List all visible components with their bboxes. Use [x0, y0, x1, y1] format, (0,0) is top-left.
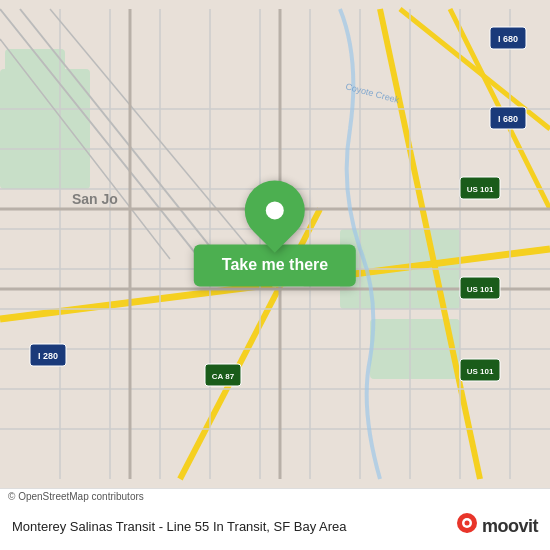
location-pin-dot — [266, 201, 284, 219]
moovit-pin-icon — [456, 512, 478, 540]
info-row: Monterey Salinas Transit - Line 55 In Tr… — [0, 504, 550, 550]
svg-text:San Jo: San Jo — [72, 191, 118, 207]
svg-text:US 101: US 101 — [467, 285, 494, 294]
moovit-brand-text: moovit — [482, 516, 538, 537]
svg-text:CA 87: CA 87 — [212, 372, 235, 381]
moovit-logo: moovit — [456, 512, 538, 540]
map-container: I 680 I 680 US 101 US 101 US 101 I 280 C… — [0, 0, 550, 488]
svg-text:I 680: I 680 — [498, 114, 518, 124]
svg-text:I 280: I 280 — [38, 351, 58, 361]
app: I 680 I 680 US 101 US 101 US 101 I 280 C… — [0, 0, 550, 550]
location-pin-icon — [233, 168, 318, 253]
svg-text:US 101: US 101 — [467, 367, 494, 376]
svg-text:I 680: I 680 — [498, 34, 518, 44]
bottom-bar: © OpenStreetMap contributors Monterey Sa… — [0, 488, 550, 550]
svg-point-57 — [464, 521, 469, 526]
attribution-text: © OpenStreetMap contributors — [8, 491, 144, 502]
button-overlay: Take me there — [194, 180, 356, 286]
svg-text:US 101: US 101 — [467, 185, 494, 194]
attribution-row: © OpenStreetMap contributors — [0, 489, 550, 504]
transit-info-text: Monterey Salinas Transit - Line 55 In Tr… — [12, 519, 444, 534]
